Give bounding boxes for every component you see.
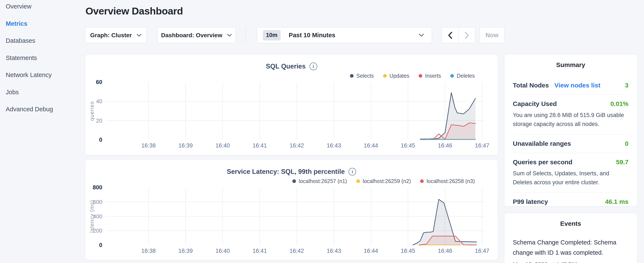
svg-text:queries: queries: [89, 101, 95, 121]
legend-label: localhost:26258 (n3): [426, 178, 475, 184]
sidebar-item-metrics[interactable]: Metrics: [0, 20, 85, 38]
svg-text:16:45: 16:45: [401, 248, 415, 254]
sql-queries-chart-panel: SQL Queries i SelectsUpdatesInsertsDelet…: [85, 54, 498, 155]
time-pager: [442, 27, 475, 43]
chevron-down-icon: [419, 34, 424, 37]
legend-dot-icon: [419, 74, 422, 78]
chevron-down-icon: [227, 34, 232, 37]
page-title: Overview Dashboard: [86, 5, 183, 17]
queries-per-second-description: Sum of Selects, Updates, Inserts, and De…: [513, 169, 628, 187]
legend-item: Updates: [383, 73, 409, 79]
legend-dot-icon: [420, 179, 424, 183]
view-nodes-list-link[interactable]: View nodes list: [554, 82, 600, 89]
summary-row-p99-latency: P99 latency 46.1 ms: [513, 193, 628, 211]
legend-label: localhost:26257 (n1): [299, 178, 347, 184]
chart-title-text: SQL Queries: [266, 63, 306, 70]
summary-rows: Total Nodes View nodes list 3 Capacity U…: [513, 76, 628, 211]
legend-dot-icon: [450, 74, 454, 78]
svg-text:0: 0: [99, 242, 102, 248]
svg-text:16:46: 16:46: [438, 142, 452, 149]
svg-text:16:47: 16:47: [475, 142, 490, 149]
summary-row-capacity-used: Capacity Used 0.01% You are using 28.6 M…: [513, 95, 628, 134]
event-message[interactable]: Schema Change Completed: Schema change w…: [513, 237, 628, 258]
toolbar: Graph: Cluster Dashboard: Overview 10m P…: [85, 27, 504, 43]
chart-title: SQL Queries i: [85, 63, 498, 70]
sidebar-item-overview[interactable]: Overview: [0, 3, 85, 20]
chevron-left-icon: [448, 32, 452, 39]
svg-text:16:44: 16:44: [364, 248, 378, 254]
legend-dot-icon: [350, 74, 354, 78]
graph-dropdown-label: Graph: Cluster: [90, 32, 132, 39]
queries-per-second-label: Queries per second: [513, 158, 572, 166]
svg-text:800: 800: [93, 184, 102, 191]
legend-item: Selects: [350, 73, 374, 79]
divider: [246, 27, 246, 43]
chart-title: Service Latency: SQL, 99th percentile i: [85, 168, 498, 176]
svg-text:16:40: 16:40: [216, 248, 230, 254]
svg-text:16:38: 16:38: [142, 248, 156, 254]
svg-text:16:40: 16:40: [216, 142, 230, 149]
sidebar-item-statements[interactable]: Statements: [0, 55, 85, 72]
svg-text:16:41: 16:41: [252, 142, 267, 149]
svg-text:60: 60: [96, 79, 102, 85]
chart-title-text: Service Latency: SQL, 99th percentile: [227, 168, 345, 176]
unavailable-ranges-value: 0: [625, 140, 628, 147]
svg-text:16:43: 16:43: [326, 142, 341, 149]
svg-text:16:44: 16:44: [364, 142, 378, 149]
svg-text:latency (ms): latency (ms): [89, 200, 95, 232]
p99-latency-value: 46.1 ms: [605, 198, 628, 205]
unavailable-ranges-label: Unavailable ranges: [513, 140, 571, 147]
total-nodes-label: Total Nodes: [513, 82, 549, 89]
capacity-used-label: Capacity Used: [513, 100, 557, 107]
events-panel: Events Schema Change Completed: Schema c…: [504, 213, 637, 263]
svg-text:0: 0: [99, 137, 102, 143]
legend-dot-icon: [292, 179, 296, 183]
sidebar-item-network-latency[interactable]: Network Latency: [0, 72, 85, 89]
next-time-button[interactable]: [458, 28, 475, 43]
summary-row-queries-per-second: Queries per second 59.7 Sum of Selects, …: [513, 153, 628, 193]
svg-text:40: 40: [96, 98, 102, 105]
chevron-right-icon: [464, 32, 469, 39]
time-range-dropdown[interactable]: 10m Past 10 Minutes: [257, 27, 432, 43]
now-button[interactable]: Now: [480, 27, 504, 43]
prev-time-button[interactable]: [442, 28, 458, 43]
legend-item: Deletes: [450, 73, 475, 79]
legend-item: localhost:26259 (n2): [356, 178, 411, 184]
chart-legend: localhost:26257 (n1)localhost:26259 (n2)…: [292, 178, 475, 184]
legend-label: Inserts: [425, 73, 441, 79]
summary-row-total-nodes: Total Nodes View nodes list 3: [513, 76, 628, 95]
graph-dropdown[interactable]: Graph: Cluster: [85, 27, 147, 43]
svg-text:16:45: 16:45: [401, 142, 415, 149]
svg-text:16:42: 16:42: [290, 248, 304, 254]
svg-text:16:46: 16:46: [438, 248, 452, 254]
legend-label: Selects: [356, 73, 374, 79]
legend-dot-icon: [356, 179, 360, 183]
sidebar: Overview Metrics Databases Statements Ne…: [0, 3, 85, 123]
sidebar-item-jobs[interactable]: Jobs: [0, 89, 85, 106]
chart-canvas: 16:3816:3916:4016:4116:4216:4316:4416:45…: [85, 184, 498, 258]
event-timestamp: May 13, 2020 at 4:45 PM: [513, 261, 628, 263]
legend-label: localhost:26259 (n2): [363, 178, 411, 184]
svg-text:16:47: 16:47: [475, 248, 490, 254]
svg-text:16:43: 16:43: [326, 248, 341, 254]
total-nodes-value: 3: [625, 82, 628, 89]
info-icon[interactable]: i: [348, 168, 356, 176]
capacity-used-description: You are using 28.6 MiB of 515.9 GiB usab…: [513, 111, 628, 129]
sidebar-item-advanced-debug[interactable]: Advanced Debug: [0, 106, 85, 123]
chart-legend: SelectsUpdatesInsertsDeletes: [350, 73, 475, 79]
legend-label: Updates: [390, 73, 409, 79]
capacity-used-value: 0.01%: [610, 100, 628, 107]
legend-label: Deletes: [457, 73, 475, 79]
time-range-label: Past 10 Minutes: [289, 32, 335, 39]
sidebar-item-databases[interactable]: Databases: [0, 37, 85, 55]
dashboard-dropdown[interactable]: Dashboard: Overview: [157, 27, 236, 43]
summary-title: Summary: [504, 61, 637, 69]
p99-latency-label: P99 latency: [513, 198, 548, 205]
info-icon[interactable]: i: [310, 63, 317, 70]
svg-text:16:38: 16:38: [142, 142, 156, 149]
time-range-badge: 10m: [263, 30, 281, 41]
chevron-down-icon: [136, 34, 142, 37]
legend-item: localhost:26257 (n1): [292, 178, 347, 184]
legend-item: Inserts: [419, 73, 441, 79]
queries-per-second-value: 59.7: [616, 158, 628, 166]
